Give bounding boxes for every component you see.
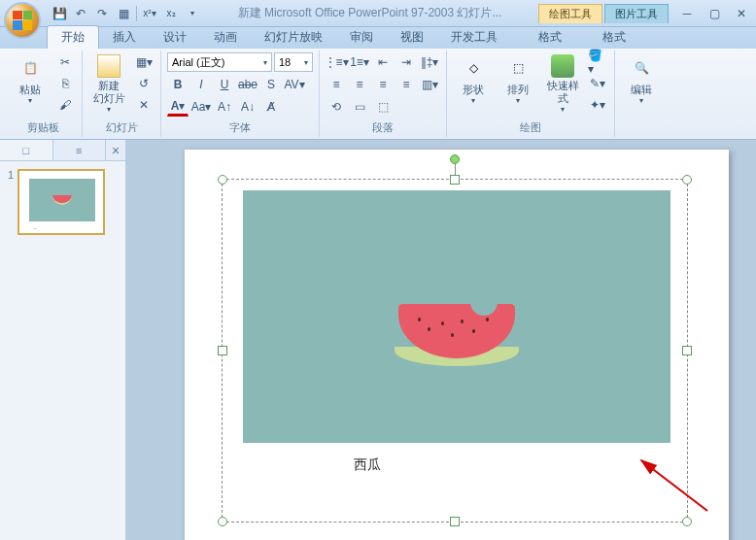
quick-access-toolbar: 💾 ↶ ↷ ▦ x²▾ x₂ ▾ — [51, 5, 201, 22]
delete-slide-button[interactable]: ✕ — [133, 95, 155, 115]
maximize-button[interactable]: ▢ — [704, 5, 725, 22]
tab-review[interactable]: 审阅 — [336, 26, 387, 49]
chevron-down-icon: ▾ — [516, 96, 520, 105]
slide-image[interactable] — [243, 190, 670, 443]
save-icon[interactable]: 💾 — [51, 5, 68, 22]
strikethrough-button[interactable]: abe — [237, 75, 258, 94]
indent-decrease-button[interactable]: ⇤ — [372, 52, 394, 72]
new-slide-button[interactable]: 新建 幻灯片 ▾ — [88, 52, 129, 116]
superscript-icon[interactable]: x²▾ — [141, 5, 158, 22]
group-paragraph: ⋮≡▾ 1≡▾ ⇤ ⇥ ‖‡▾ ≡ ≡ ≡ ≡ ▥▾ ⟲ ▭ ⬚ 段落 — [320, 51, 447, 137]
quick-styles-button[interactable]: 快速样式▾ — [542, 52, 583, 116]
ribbon-tabs: 开始 插入 设计 动画 幻灯片放映 审阅 视图 开发工具 格式 格式 — [0, 27, 756, 49]
shape-effects-button[interactable]: ✦▾ — [587, 95, 608, 115]
tab-view[interactable]: 视图 — [387, 26, 437, 49]
tab-format-drawing[interactable]: 格式 — [525, 26, 575, 49]
minimize-button[interactable]: ─ — [676, 5, 698, 22]
paste-button[interactable]: 📋 粘贴 ▾ — [10, 52, 51, 107]
italic-button[interactable]: I — [190, 75, 212, 94]
resize-handle-nw[interactable] — [218, 175, 227, 185]
group-drawing: ◇形状▾ ⬚排列▾ 快速样式▾ 🪣▾ ✎▾ ✦▾ 绘图 — [447, 51, 615, 137]
bullets-button[interactable]: ⋮≡▾ — [326, 52, 347, 72]
shape-fill-button[interactable]: 🪣▾ — [587, 52, 608, 72]
shapes-button[interactable]: ◇形状▾ — [453, 52, 494, 107]
tab-slideshow[interactable]: 幻灯片放映 — [251, 26, 336, 49]
rotation-handle[interactable] — [450, 154, 460, 164]
resize-handle-w[interactable] — [218, 346, 227, 355]
slide-thumbnail[interactable]: 1 – — [8, 169, 118, 235]
tab-format-picture[interactable]: 格式 — [589, 26, 639, 49]
slide-caption-text[interactable]: 西瓜 — [354, 456, 381, 474]
outline-tab[interactable]: ≡ — [53, 140, 107, 160]
close-button[interactable]: ✕ — [731, 5, 752, 22]
group-label-drawing: 绘图 — [453, 118, 608, 135]
chevron-down-icon: ▾ — [561, 105, 565, 114]
print-icon[interactable]: ▦ — [115, 5, 132, 22]
arrange-button[interactable]: ⬚排列▾ — [498, 52, 538, 107]
numbering-button[interactable]: 1≡▾ — [349, 52, 370, 72]
shape-outline-button[interactable]: ✎▾ — [587, 74, 608, 93]
tab-insert[interactable]: 插入 — [99, 26, 150, 49]
resize-handle-n[interactable] — [450, 175, 460, 185]
resize-handle-sw[interactable] — [218, 517, 227, 526]
chevron-down-icon: ▾ — [28, 96, 32, 105]
arrange-label: 排列 — [507, 84, 529, 96]
font-family-combo[interactable]: Arial (正文)▾ — [167, 52, 272, 72]
shrink-font-button[interactable]: A↓ — [237, 97, 258, 117]
contextual-tabs: 绘图工具 图片工具 — [538, 4, 669, 23]
convert-smartart-button[interactable]: ⬚ — [372, 97, 394, 117]
resize-handle-s[interactable] — [450, 517, 460, 526]
align-text-button[interactable]: ▭ — [349, 97, 370, 117]
text-direction-button[interactable]: ⟲ — [326, 97, 347, 117]
arrange-icon: ⬚ — [504, 54, 532, 82]
align-right-button[interactable]: ≡ — [372, 75, 394, 94]
tab-developer[interactable]: 开发工具 — [437, 26, 511, 49]
resize-handle-ne[interactable] — [682, 175, 692, 185]
align-left-button[interactable]: ≡ — [326, 75, 347, 94]
cut-button[interactable]: ✂ — [54, 52, 76, 72]
svg-line-0 — [641, 460, 707, 511]
slide-preview: – — [17, 169, 105, 235]
align-center-button[interactable]: ≡ — [349, 75, 370, 94]
change-case-button[interactable]: Aa▾ — [190, 97, 212, 117]
justify-button[interactable]: ≡ — [395, 75, 417, 94]
redo-icon[interactable]: ↷ — [93, 5, 111, 22]
find-button[interactable]: 🔍编辑▾ — [621, 52, 662, 107]
subscript-icon[interactable]: x₂ — [162, 5, 180, 22]
underline-button[interactable]: U — [214, 75, 235, 94]
qat-customize-icon[interactable]: ▾ — [184, 5, 201, 22]
indent-increase-button[interactable]: ⇥ — [395, 52, 417, 72]
copy-button[interactable]: ⎘ — [54, 74, 76, 93]
slides-tab[interactable]: □ — [0, 140, 53, 160]
tab-home[interactable]: 开始 — [47, 25, 99, 49]
bold-button[interactable]: B — [167, 75, 189, 94]
office-button[interactable] — [4, 2, 41, 39]
grow-font-button[interactable]: A↑ — [214, 97, 235, 117]
layout-button[interactable]: ▦▾ — [133, 52, 155, 72]
watermelon-icon — [52, 195, 72, 205]
font-size-value: 18 — [279, 56, 291, 68]
font-color-button[interactable]: A▾ — [167, 97, 189, 117]
ribbon: 📋 粘贴 ▾ ✂ ⎘ 🖌 剪贴板 新建 幻灯片 ▾ ▦▾ ↺ ✕ — [0, 49, 756, 140]
undo-icon[interactable]: ↶ — [72, 5, 89, 22]
resize-handle-e[interactable] — [682, 346, 692, 355]
font-size-combo[interactable]: 18▾ — [274, 52, 313, 72]
shapes-label: 形状 — [463, 84, 484, 96]
group-label-editing — [621, 121, 662, 135]
columns-button[interactable]: ▥▾ — [419, 75, 440, 94]
format-painter-button[interactable]: 🖌 — [54, 95, 76, 115]
title-bar: 💾 ↶ ↷ ▦ x²▾ x₂ ▾ 新建 Microsoft Office Pow… — [0, 0, 756, 27]
thumbnail-pane-tabs: □ ≡ × — [0, 140, 125, 161]
char-spacing-button[interactable]: AV▾ — [284, 75, 305, 94]
line-spacing-button[interactable]: ‖‡▾ — [419, 52, 440, 72]
clear-formatting-button[interactable]: A̸ — [260, 97, 282, 117]
tab-design[interactable]: 设计 — [150, 26, 200, 49]
slide-editor[interactable]: 西瓜 — [126, 140, 756, 540]
picture-tools-tab-header: 图片工具 — [604, 4, 669, 23]
group-label-font: 字体 — [167, 118, 313, 135]
group-label-slides: 幻灯片 — [88, 118, 155, 135]
tab-animations[interactable]: 动画 — [200, 26, 251, 49]
shadow-button[interactable]: S — [260, 75, 282, 94]
reset-button[interactable]: ↺ — [133, 74, 155, 93]
close-pane-button[interactable]: × — [106, 140, 125, 160]
